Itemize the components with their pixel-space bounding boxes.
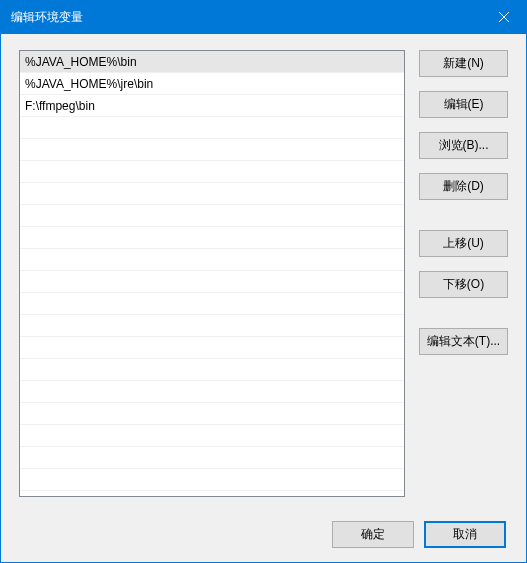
titlebar: 编辑环境变量 [1, 1, 526, 34]
dialog-footer: 确定 取消 [1, 507, 526, 562]
edit-env-var-dialog: 编辑环境变量 %JAVA_HOME%\bin%JAVA_HOME%\jre\bi… [0, 0, 527, 563]
list-item[interactable] [20, 139, 404, 161]
close-icon [499, 11, 509, 25]
list-item[interactable] [20, 381, 404, 403]
list-item[interactable] [20, 315, 404, 337]
list-item[interactable] [20, 469, 404, 491]
edit-button[interactable]: 编辑(E) [419, 91, 508, 118]
edittext-button[interactable]: 编辑文本(T)... [419, 328, 508, 355]
moveup-button[interactable]: 上移(U) [419, 230, 508, 257]
dialog-title: 编辑环境变量 [11, 9, 83, 26]
browse-button[interactable]: 浏览(B)... [419, 132, 508, 159]
list-item[interactable] [20, 403, 404, 425]
dialog-body: %JAVA_HOME%\bin%JAVA_HOME%\jre\binF:\ffm… [1, 34, 526, 507]
list-item[interactable] [20, 337, 404, 359]
delete-button[interactable]: 删除(D) [419, 173, 508, 200]
cancel-button[interactable]: 取消 [424, 521, 506, 548]
list-item[interactable] [20, 161, 404, 183]
ok-button[interactable]: 确定 [332, 521, 414, 548]
list-item[interactable] [20, 249, 404, 271]
list-item[interactable]: F:\ffmpeg\bin [20, 95, 404, 117]
side-buttons: 新建(N) 编辑(E) 浏览(B)... 删除(D) 上移(U) 下移(O) 编… [419, 50, 508, 507]
list-item[interactable]: %JAVA_HOME%\jre\bin [20, 73, 404, 95]
path-listbox[interactable]: %JAVA_HOME%\bin%JAVA_HOME%\jre\binF:\ffm… [19, 50, 405, 497]
list-item[interactable] [20, 183, 404, 205]
list-item[interactable] [20, 271, 404, 293]
list-item[interactable]: %JAVA_HOME%\bin [20, 51, 404, 73]
list-item[interactable] [20, 293, 404, 315]
new-button[interactable]: 新建(N) [419, 50, 508, 77]
list-item[interactable] [20, 425, 404, 447]
close-button[interactable] [481, 1, 526, 34]
list-item[interactable] [20, 359, 404, 381]
list-item[interactable] [20, 227, 404, 249]
list-item[interactable] [20, 447, 404, 469]
list-item[interactable] [20, 117, 404, 139]
movedown-button[interactable]: 下移(O) [419, 271, 508, 298]
list-item[interactable] [20, 205, 404, 227]
